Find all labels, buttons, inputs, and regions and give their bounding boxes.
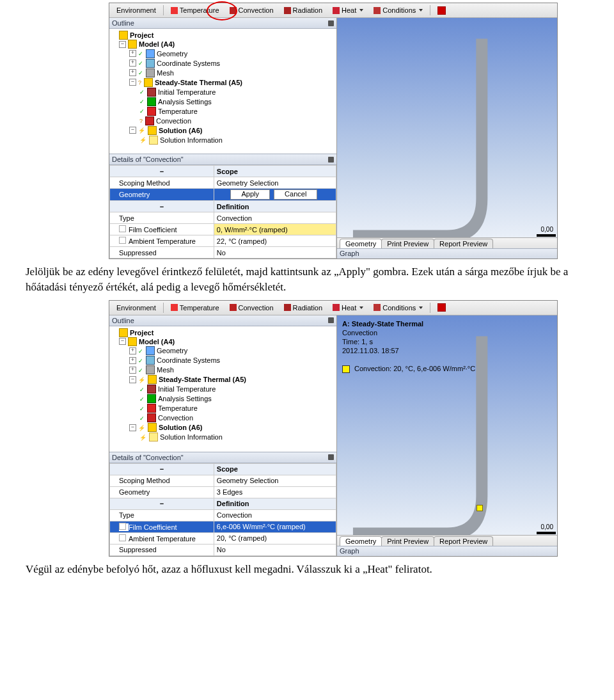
section-scope[interactable]: − Scope (110, 463, 336, 475)
film-val[interactable]: 0, W/mm²·°C (ramped) (214, 224, 336, 235)
collapse-icon[interactable]: − (129, 79, 136, 86)
checkbox-icon[interactable] (119, 226, 129, 234)
collapse-icon[interactable]: − (129, 127, 136, 134)
tree-analysis[interactable]: Analysis Settings (111, 394, 336, 404)
sst-icon (148, 375, 157, 384)
tree-model[interactable]: − Model (A4) (111, 337, 336, 346)
pin-icon[interactable] (328, 20, 334, 26)
checkbox-icon[interactable] (119, 535, 129, 543)
toolbar-conditions[interactable]: Conditions (369, 303, 427, 313)
collapse-icon[interactable]: − (129, 424, 136, 431)
tree-mesh[interactable]: + Mesh (111, 365, 336, 375)
expand-icon[interactable]: + (129, 69, 136, 76)
row-type[interactable]: Type Convection (110, 212, 336, 224)
amb-val[interactable]: 20, °C (ramped) (214, 532, 336, 544)
tree-inittemp[interactable]: Initial Temperature (111, 385, 336, 394)
section-definition[interactable]: − Definition (110, 201, 336, 212)
checkbox-icon[interactable] (119, 523, 129, 531)
heat-icon (333, 7, 340, 14)
tree-coord[interactable]: + Coordinate Systems (111, 356, 336, 365)
tab-printpreview[interactable]: Print Preview (381, 536, 434, 546)
toolbar-heat[interactable]: Heat (328, 5, 368, 15)
solution-icon (148, 423, 157, 432)
pin-icon[interactable] (328, 157, 334, 163)
expand-icon[interactable]: + (129, 50, 136, 57)
graph-header: Graph (337, 248, 557, 259)
row-ambient[interactable]: Ambient Temperature 22, °C (ramped) (110, 235, 336, 247)
toolbar-action[interactable] (433, 5, 450, 16)
toolbar-radiation[interactable]: Radiation (279, 5, 327, 15)
row-suppressed[interactable]: Suppressed No (110, 544, 336, 555)
toolbar-temperature[interactable]: Temperature (166, 303, 224, 313)
row-ambient[interactable]: Ambient Temperature 20, °C (ramped) (110, 532, 336, 544)
tree-solution[interactable]: − Solution (A6) (111, 125, 336, 135)
tree-solinfo[interactable]: Solution Information (111, 135, 336, 145)
section-scope[interactable]: − Scope (110, 166, 336, 177)
toolbar-heat[interactable]: Heat (328, 303, 368, 313)
toolbar-convection[interactable]: Convection (225, 303, 278, 313)
toolbar-convection[interactable]: Convection (225, 5, 278, 15)
row-type[interactable]: Type Convection (110, 509, 336, 521)
row-film[interactable]: Film Coefficient 0, W/mm²·°C (ramped) (110, 224, 336, 235)
tree-convection[interactable]: Convection (111, 413, 336, 423)
toolbar-conditions[interactable]: Conditions (369, 5, 427, 15)
tree-project[interactable]: Project (111, 31, 336, 40)
amb-val[interactable]: 22, °C (ramped) (214, 235, 336, 247)
tree-solinfo[interactable]: Solution Information (111, 433, 336, 442)
tree-sst[interactable]: − Steady-State Thermal (A5) (111, 77, 336, 87)
tree-mesh[interactable]: + Mesh (111, 68, 336, 77)
doc-paragraph-2-wrapper: Végül az edénybe befolyó hőt, azaz a hőf… (0, 562, 614, 577)
toolbar-rad-label: Radiation (293, 304, 322, 312)
tab-reportpreview[interactable]: Report Preview (434, 536, 493, 546)
tree-temperature[interactable]: Temperature (111, 106, 336, 116)
expand-icon[interactable]: + (129, 367, 136, 374)
overlay-time: Time: 1, s (342, 338, 373, 346)
film-val[interactable]: 6,e-006 W/mm²·°C (ramped) (214, 521, 336, 532)
pin-icon[interactable] (328, 317, 334, 323)
scope-label: Scope (214, 166, 336, 177)
expand-icon[interactable]: + (129, 60, 136, 67)
tree-inittemp[interactable]: Initial Temperature (111, 87, 336, 97)
toolbar-rad-label: Radiation (293, 6, 322, 14)
section-definition[interactable]: − Definition (110, 498, 336, 509)
toolbar-environment[interactable]: Environment (112, 303, 161, 313)
tree-geometry[interactable]: + Geometry (111, 346, 336, 356)
collapse-icon[interactable]: − (119, 41, 126, 48)
tree-temperature[interactable]: Temperature (111, 404, 336, 413)
tree-project[interactable]: Project (111, 328, 336, 337)
tab-printpreview[interactable]: Print Preview (381, 239, 434, 249)
collapse-icon[interactable]: − (119, 338, 126, 345)
toolbar-radiation[interactable]: Radiation (279, 303, 327, 313)
row-scoping[interactable]: Scoping Method Geometry Selection (110, 177, 336, 189)
tree-analysis-label: Analysis Settings (158, 394, 212, 403)
row-film[interactable]: Film Coefficient 6,e-006 W/mm²·°C (rampe… (110, 521, 336, 532)
collapse-icon[interactable]: − (129, 376, 136, 383)
tree-coord[interactable]: + Coordinate Systems (111, 58, 336, 68)
row-scoping[interactable]: Scoping Method Geometry Selection (110, 475, 336, 486)
cancel-button[interactable]: Cancel (274, 189, 317, 200)
expand-icon[interactable]: + (129, 347, 136, 354)
tree-model[interactable]: − Model (A4) (111, 40, 336, 49)
tree-sst[interactable]: − Steady-State Thermal (A5) (111, 375, 336, 385)
tree-geometry[interactable]: + Geometry (111, 49, 336, 58)
tree-sst-label: Steady-State Thermal (A5) (159, 375, 246, 384)
tab-geometry[interactable]: Geometry (340, 239, 382, 249)
row-suppressed[interactable]: Suppressed No (110, 247, 336, 259)
row-geometry[interactable]: Geometry 3 Edges (110, 486, 336, 498)
checkbox-icon[interactable] (119, 237, 129, 245)
row-geometry[interactable]: Geometry Apply Cancel (110, 189, 336, 201)
tab-geometry[interactable]: Geometry (340, 536, 382, 546)
tab-reportpreview[interactable]: Report Preview (434, 239, 493, 249)
toolbar-temperature[interactable]: Temperature (166, 5, 224, 15)
apply-button[interactable]: Apply (230, 189, 270, 200)
pin-icon[interactable] (328, 454, 334, 460)
expand-icon[interactable]: + (129, 357, 136, 364)
tree-convection[interactable]: Convection (111, 116, 336, 125)
tree-solution[interactable]: − Solution (A6) (111, 423, 336, 433)
tree-analysis[interactable]: Analysis Settings (111, 97, 336, 106)
warn-icon (138, 125, 146, 135)
canvas-1[interactable]: 0,00 Geometry Print Preview Report Previ… (337, 18, 557, 259)
canvas-2[interactable]: A: Steady-State Thermal Convection Time:… (337, 315, 557, 556)
toolbar-environment[interactable]: Environment (112, 5, 161, 15)
toolbar-action[interactable] (433, 302, 450, 313)
